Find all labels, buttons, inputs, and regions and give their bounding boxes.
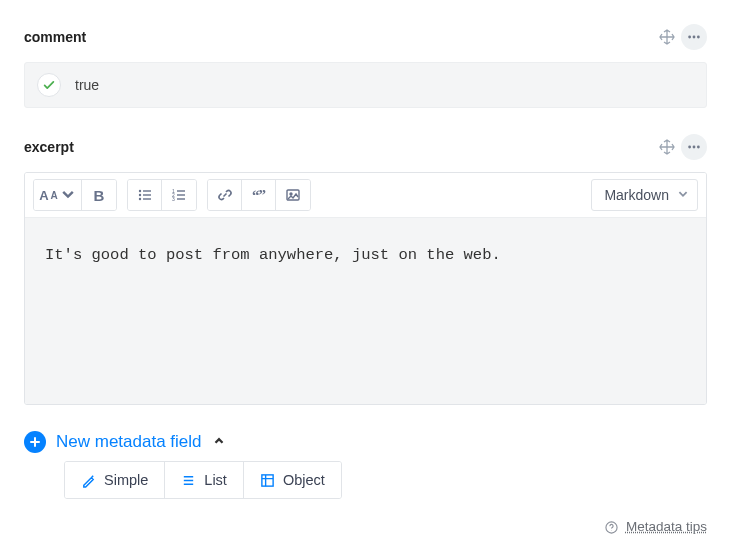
ordered-list-button[interactable]: 123 xyxy=(162,180,196,210)
svg-rect-20 xyxy=(262,474,273,485)
section-title: excerpt xyxy=(24,139,74,155)
svg-point-2 xyxy=(697,36,700,39)
format-select-value: Markdown xyxy=(604,187,669,203)
link-button[interactable] xyxy=(208,180,242,210)
svg-rect-9 xyxy=(143,190,151,191)
more-options-button[interactable] xyxy=(681,134,707,160)
rich-text-editor: AA B 123 “” xyxy=(24,172,707,405)
svg-point-8 xyxy=(138,198,140,200)
format-select[interactable]: Markdown xyxy=(591,179,698,211)
svg-point-19 xyxy=(290,193,292,195)
svg-rect-15 xyxy=(177,190,185,191)
tool-group-list: 123 xyxy=(127,179,197,211)
svg-point-0 xyxy=(688,36,691,39)
svg-point-6 xyxy=(138,190,140,192)
svg-point-5 xyxy=(697,146,700,149)
check-icon xyxy=(37,73,61,97)
svg-rect-11 xyxy=(143,198,151,199)
metadata-tips-link[interactable]: Metadata tips xyxy=(626,519,707,534)
chevron-up-icon xyxy=(212,434,226,451)
tab-object[interactable]: Object xyxy=(244,462,341,498)
unordered-list-button[interactable] xyxy=(128,180,162,210)
tab-label: Simple xyxy=(104,472,148,488)
quote-button[interactable]: “” xyxy=(242,180,276,210)
svg-rect-16 xyxy=(177,194,185,195)
boolean-field[interactable]: true xyxy=(24,62,707,108)
new-metadata-field[interactable]: New metadata field xyxy=(24,431,707,453)
editor-content[interactable]: It's good to post from anywhere, just on… xyxy=(25,218,706,404)
section-header: excerpt xyxy=(24,134,707,160)
svg-point-3 xyxy=(688,146,691,149)
header-controls xyxy=(659,134,707,160)
footer: Metadata tips xyxy=(24,519,707,534)
section-comment: comment true xyxy=(24,24,707,108)
field-type-tabs: Simple List Object xyxy=(64,461,342,499)
drag-handle-icon[interactable] xyxy=(659,139,675,155)
image-button[interactable] xyxy=(276,180,310,210)
header-controls xyxy=(659,24,707,50)
tab-label: List xyxy=(204,472,227,488)
editor-toolbar: AA B 123 “” xyxy=(25,173,706,218)
help-icon xyxy=(605,521,618,534)
tool-group-text: AA B xyxy=(33,179,117,211)
more-options-button[interactable] xyxy=(681,24,707,50)
tab-list[interactable]: List xyxy=(165,462,244,498)
svg-point-1 xyxy=(693,36,696,39)
chevron-down-icon xyxy=(677,187,689,203)
section-header: comment xyxy=(24,24,707,50)
boolean-value: true xyxy=(75,77,99,93)
svg-rect-17 xyxy=(177,198,185,199)
drag-handle-icon[interactable] xyxy=(659,29,675,45)
section-title: comment xyxy=(24,29,86,45)
svg-point-7 xyxy=(138,194,140,196)
tool-group-media: “” xyxy=(207,179,311,211)
section-excerpt: excerpt AA B 123 xyxy=(24,134,707,405)
tab-label: Object xyxy=(283,472,325,488)
plus-icon xyxy=(24,431,46,453)
tab-simple[interactable]: Simple xyxy=(65,462,165,498)
svg-text:3: 3 xyxy=(172,196,175,202)
heading-button[interactable]: AA xyxy=(34,180,82,210)
svg-rect-10 xyxy=(143,194,151,195)
svg-point-4 xyxy=(693,146,696,149)
new-field-label: New metadata field xyxy=(56,432,202,452)
bold-button[interactable]: B xyxy=(82,180,116,210)
